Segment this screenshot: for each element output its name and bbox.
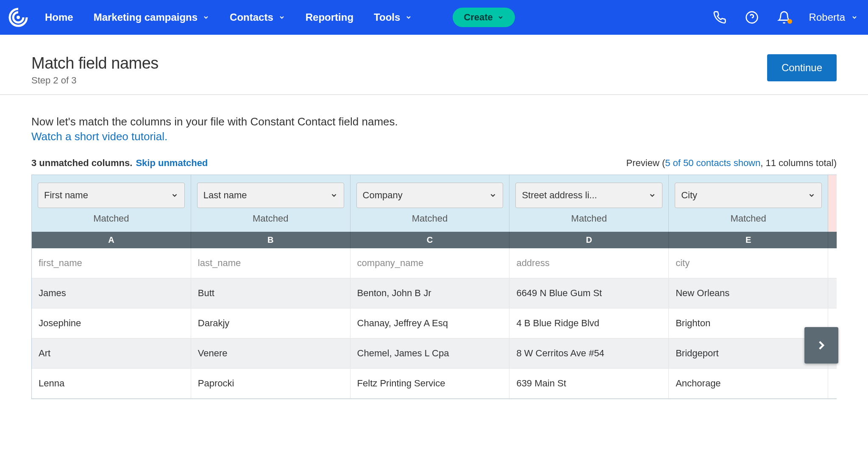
source-column-name: city — [669, 248, 828, 278]
chevron-down-icon — [648, 192, 656, 199]
intro-block: Now let's match the columns in your file… — [0, 95, 868, 143]
data-cell: Chemel, James L Cpa — [351, 339, 510, 369]
data-cell-partial — [828, 278, 837, 308]
svg-point-0 — [17, 16, 20, 19]
intro-text: Now let's match the columns in your file… — [31, 114, 837, 130]
data-cell: 4 B Blue Ridge Blvd — [509, 308, 669, 339]
column-letter: B — [191, 232, 351, 248]
chevron-down-icon — [203, 14, 209, 21]
data-cell: Anchorage — [669, 369, 828, 399]
scroll-right-button[interactable] — [804, 327, 838, 364]
page-title: Match field names — [31, 54, 159, 72]
column-mapping-header: Last nameMatched — [191, 175, 351, 232]
chevron-down-icon — [405, 14, 412, 21]
nav-contacts[interactable]: Contacts — [230, 11, 285, 23]
chevron-down-icon — [851, 14, 858, 21]
column-letter: C — [351, 232, 510, 248]
field-select[interactable]: City — [675, 183, 822, 208]
column-mapping-header: Street address li...Matched — [509, 175, 669, 232]
data-cell: Feltz Printing Service — [351, 369, 510, 399]
field-select[interactable]: Street address li... — [515, 183, 662, 208]
source-column-name: first_name — [32, 248, 191, 278]
unmatched-count: 3 unmatched columns. — [31, 158, 132, 169]
preview-contacts-link[interactable]: 5 of 50 contacts shown — [665, 158, 760, 168]
field-select-label: City — [681, 190, 697, 201]
source-column-name: last_name — [191, 248, 351, 278]
match-status: Matched — [93, 213, 129, 228]
logo-icon[interactable] — [7, 6, 30, 29]
column-mapping-header: First nameMatched — [32, 175, 191, 232]
bell-icon[interactable] — [777, 10, 791, 25]
data-cell: 6649 N Blue Gum St — [509, 278, 669, 308]
nav-right: Roberta — [712, 10, 858, 25]
chevron-down-icon — [171, 192, 178, 199]
source-column-name: company_name — [351, 248, 510, 278]
data-cell: Josephine — [32, 308, 191, 339]
nav-tools[interactable]: Tools — [374, 11, 412, 23]
preview-info: Preview (5 of 50 contacts shown, 11 colu… — [626, 158, 837, 169]
status-row: 3 unmatched columns. Skip unmatched Prev… — [0, 143, 868, 175]
match-status: Matched — [412, 213, 448, 228]
match-status: Matched — [253, 213, 288, 228]
data-cell: Benton, John B Jr — [351, 278, 510, 308]
phone-icon[interactable] — [712, 10, 727, 25]
column-letter: A — [32, 232, 191, 248]
match-status: Matched — [571, 213, 607, 228]
chevron-down-icon — [497, 14, 504, 21]
data-cell: 639 Main St — [509, 369, 669, 399]
continue-button[interactable]: Continue — [767, 54, 837, 81]
page-header: Match field names Step 2 of 3 Continue — [0, 35, 868, 95]
user-menu[interactable]: Roberta — [809, 11, 858, 23]
data-cell: Paprocki — [191, 369, 351, 399]
chevron-down-icon — [808, 192, 815, 199]
intro-video-link[interactable]: Watch a short video tutorial. — [31, 130, 837, 143]
field-select[interactable]: First name — [38, 183, 185, 208]
field-select-label: Street address li... — [522, 190, 597, 201]
match-status: Matched — [730, 213, 766, 228]
skip-unmatched-link[interactable]: Skip unmatched — [136, 158, 208, 169]
data-cell: Venere — [191, 339, 351, 369]
source-column-name-partial — [828, 248, 837, 278]
data-cell-partial — [828, 369, 837, 399]
field-select-label: Company — [363, 190, 403, 201]
column-letter-partial — [828, 232, 837, 248]
column-letter: E — [669, 232, 828, 248]
column-mapping-header-partial — [828, 175, 837, 232]
notification-dot — [787, 19, 792, 24]
data-cell: 8 W Cerritos Ave #54 — [509, 339, 669, 369]
field-select-label: First name — [44, 190, 88, 201]
source-column-name: address — [509, 248, 669, 278]
field-select[interactable]: Last name — [197, 183, 344, 208]
help-icon[interactable] — [745, 10, 759, 25]
column-letter: D — [509, 232, 669, 248]
nav-marketing[interactable]: Marketing campaigns — [94, 11, 209, 23]
mapping-table: First nameMatchedLast nameMatchedCompany… — [31, 175, 837, 399]
chevron-down-icon — [489, 192, 497, 199]
column-mapping-header: CityMatched — [669, 175, 828, 232]
column-mapping-header: CompanyMatched — [351, 175, 510, 232]
data-cell: Art — [32, 339, 191, 369]
data-cell: Lenna — [32, 369, 191, 399]
data-cell: Darakjy — [191, 308, 351, 339]
data-cell: Butt — [191, 278, 351, 308]
page-step: Step 2 of 3 — [31, 75, 159, 86]
mapping-table-wrapper: First nameMatchedLast nameMatchedCompany… — [31, 175, 837, 399]
chevron-down-icon — [278, 14, 285, 21]
chevron-down-icon — [330, 192, 338, 199]
data-cell: James — [32, 278, 191, 308]
data-cell: Chanay, Jeffrey A Esq — [351, 308, 510, 339]
create-button[interactable]: Create — [453, 8, 515, 27]
field-select-label: Last name — [203, 190, 247, 201]
nav-home[interactable]: Home — [45, 11, 73, 23]
data-cell: New Orleans — [669, 278, 828, 308]
field-select[interactable]: Company — [356, 183, 504, 208]
nav-reporting[interactable]: Reporting — [306, 11, 353, 23]
nav-links: Home Marketing campaigns Contacts Report… — [45, 8, 515, 27]
top-navbar: Home Marketing campaigns Contacts Report… — [0, 0, 868, 35]
